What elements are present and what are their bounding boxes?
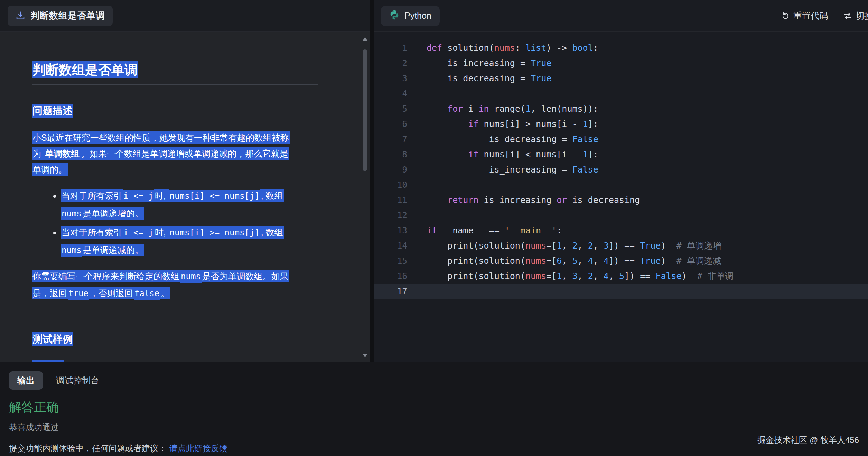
- problem-title: 判断数组是否单调: [30, 10, 105, 22]
- text-run: 。: [160, 287, 170, 299]
- line-number: 12: [374, 208, 413, 223]
- code-text: print(solution(nums=[1, 2, 2, 3]) == Tru…: [427, 238, 868, 253]
- conditions-list: 当对于所有索引i <= j时, nums[i] <= nums[j], 数组 n…: [32, 187, 318, 259]
- editor-actions: 重置代码 切换: [781, 10, 868, 21]
- code-text: for i in range(1, len(nums)):: [427, 101, 868, 117]
- switch-button[interactable]: 切换: [843, 10, 868, 21]
- community-credit: 掘金技术社区 @ 牧羊人456: [757, 435, 859, 446]
- result-status: 解答正确: [9, 399, 59, 416]
- python-icon: [389, 10, 400, 22]
- code-text: is_decreasing = False: [427, 132, 868, 147]
- output-panel: 输出 调试控制台 解答正确 恭喜成功通过 提交功能内测体验中，任何问题或者建议：…: [0, 362, 868, 456]
- reset-code-button[interactable]: 重置代码: [781, 10, 828, 21]
- code-line[interactable]: 7 is_decreasing = False: [374, 132, 868, 147]
- problem-heading-text: 判断数组是否单调: [32, 61, 138, 78]
- code-line[interactable]: 12: [374, 208, 868, 223]
- line-number: 3: [374, 71, 413, 86]
- text-run: , 数组: [260, 226, 284, 239]
- code-line[interactable]: 15 print(solution(nums=[6, 5, 4, 4]) == …: [374, 253, 868, 269]
- line-number: 15: [374, 253, 413, 269]
- inline-code: nums[i] >= nums[j]: [169, 226, 260, 239]
- code-text: if nums[i] > nums[i - 1]:: [427, 117, 868, 132]
- text-run: 是否为单调数组。如果: [202, 270, 289, 282]
- text-run: 是单调递增的。: [82, 207, 144, 220]
- download-arrow-icon: [15, 11, 26, 21]
- line-number: 9: [374, 162, 413, 177]
- code-text: if nums[i] < nums[i - 1]:: [427, 147, 868, 162]
- scrollbar[interactable]: [362, 36, 368, 359]
- code-line[interactable]: 10: [374, 177, 868, 193]
- problem-paragraph-2: 你需要编写一个程序来判断给定的数组nums是否为单调数组。如果 是，返回true…: [32, 268, 318, 302]
- line-number: 10: [374, 177, 413, 193]
- code-text: [427, 177, 868, 193]
- section-description-text: 问题描述: [32, 104, 73, 118]
- problem-heading: 判断数组是否单调: [32, 61, 318, 79]
- code-line[interactable]: 1def solution(nums: list) -> bool:: [374, 40, 868, 56]
- code-line[interactable]: 6 if nums[i] > nums[i - 1]:: [374, 117, 868, 132]
- text-run: 你需要编写一个程序来判断给定的数组: [32, 270, 180, 282]
- code-text: is_increasing = False: [427, 162, 868, 177]
- divider: [32, 314, 318, 314]
- line-number: 5: [374, 101, 413, 117]
- code-text: is_decreasing = True: [427, 71, 868, 86]
- inline-code: nums[i] <= nums[j]: [169, 190, 260, 202]
- reset-icon: [781, 11, 790, 20]
- section-heading-description: 问题描述: [32, 104, 318, 118]
- line-number: 7: [374, 132, 413, 147]
- code-text: return is_increasing or is_decreasing: [427, 193, 868, 208]
- reset-label: 重置代码: [793, 10, 828, 21]
- code-lines: 1def solution(nums: list) -> bool:2 is_i…: [374, 40, 868, 299]
- code-line[interactable]: 3 is_decreasing = True: [374, 71, 868, 86]
- inline-code: nums: [61, 207, 82, 220]
- language-selector[interactable]: Python: [381, 6, 440, 26]
- text-run: ，否则返回: [89, 287, 134, 299]
- text-run: 为: [32, 147, 44, 160]
- scroll-down-arrow-icon[interactable]: [363, 354, 367, 357]
- line-number: 17: [374, 284, 413, 299]
- tab-output[interactable]: 输出: [9, 371, 43, 390]
- code-editor[interactable]: 1def solution(nums: list) -> bool:2 is_i…: [374, 32, 868, 362]
- text-run: 是单调递减的。: [82, 244, 144, 256]
- code-line[interactable]: 8 if nums[i] < nums[i - 1]:: [374, 147, 868, 162]
- code-line[interactable]: 17: [374, 284, 868, 299]
- line-number: 2: [374, 56, 413, 71]
- text-run: 当对于所有索引: [61, 226, 123, 239]
- switch-arrows-icon: [843, 11, 852, 20]
- beta-feedback: 提交功能内测体验中，任何问题或者建议：请点此链接反馈: [9, 443, 227, 454]
- code-line[interactable]: 16 print(solution(nums=[1, 3, 2, 4, 5]) …: [374, 269, 868, 284]
- code-text: [427, 208, 868, 223]
- code-line[interactable]: 9 is_increasing = False: [374, 162, 868, 177]
- feedback-link[interactable]: 请点此链接反馈: [169, 444, 227, 453]
- tab-debug-console[interactable]: 调试控制台: [56, 375, 99, 386]
- problem-title-chip[interactable]: 判断数组是否单调: [8, 6, 113, 26]
- bold-term: 单调数组: [44, 147, 80, 160]
- code-line[interactable]: 5 for i in range(1, len(nums)):: [374, 101, 868, 117]
- problem-panel: 判断数组是否单调 问题描述 小S最近在研究一些数组的性质，她发现有一种非常有趣的…: [0, 32, 370, 362]
- scrollbar-thumb[interactable]: [363, 49, 367, 171]
- line-number: 13: [374, 223, 413, 238]
- code-line[interactable]: 13if __name__ == '__main__':: [374, 223, 868, 238]
- text-run: , 数组: [260, 189, 284, 202]
- text-run: 是，返回: [32, 287, 68, 299]
- inline-code: i <= j: [123, 190, 154, 202]
- line-number: 4: [374, 86, 413, 101]
- line-number: 1: [374, 40, 413, 56]
- scroll-up-arrow-icon[interactable]: [363, 37, 367, 41]
- code-line[interactable]: 2 is_increasing = True: [374, 56, 868, 71]
- code-line[interactable]: 14 print(solution(nums=[1, 2, 2, 3]) == …: [374, 238, 868, 253]
- code-line[interactable]: 11 return is_increasing or is_decreasing: [374, 193, 868, 208]
- line-number: 16: [374, 269, 413, 284]
- section-examples-text: 测试样例: [32, 332, 73, 346]
- line-number: 14: [374, 238, 413, 253]
- code-text: is_increasing = True: [427, 56, 868, 71]
- problem-paragraph-1: 小S最近在研究一些数组的性质，她发现有一种非常有趣的数组被称 为 单调数组。如果…: [32, 130, 318, 177]
- feedback-text: 提交功能内测体验中，任何问题或者建议：: [9, 444, 167, 453]
- text-run: 小S最近在研究一些数组的性质，她发现有一种非常有趣的数组被称: [32, 131, 290, 144]
- text-run: 单调的。: [32, 163, 68, 176]
- code-line[interactable]: 4: [374, 86, 868, 101]
- result-message: 恭喜成功通过: [9, 422, 59, 433]
- line-number: 11: [374, 193, 413, 208]
- switch-label: 切换: [856, 10, 868, 21]
- list-item: 当对于所有索引i <= j时, nums[i] <= nums[j], 数组 n…: [61, 187, 318, 222]
- code-text: [427, 284, 868, 299]
